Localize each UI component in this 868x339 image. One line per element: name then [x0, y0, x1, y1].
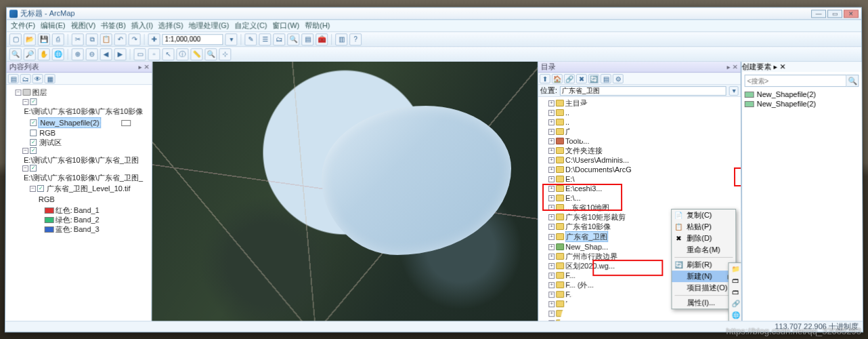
- minimize-button[interactable]: —: [811, 9, 826, 18]
- menu-item[interactable]: 帮助(H): [305, 20, 330, 31]
- menu-item[interactable]: ✖删除(D): [672, 233, 735, 244]
- menu-item[interactable]: 插入(I): [131, 20, 153, 31]
- add-data-button[interactable]: ✚: [148, 33, 160, 45]
- list-by-source-button[interactable]: 🗂: [20, 74, 31, 83]
- model-button[interactable]: ▥: [335, 33, 347, 45]
- catalog-title: 目录: [541, 62, 556, 72]
- scale-dropdown[interactable]: ▾: [225, 33, 237, 45]
- list-by-sel-button[interactable]: ▦: [45, 74, 56, 83]
- menu-item[interactable]: 文件(F): [11, 20, 35, 31]
- map-canvas[interactable]: [152, 62, 538, 321]
- group-layer: E:\测试\广东省10影像\广东省10影像: [22, 106, 144, 116]
- cat-refresh-button[interactable]: 🔄: [588, 74, 599, 83]
- clear-sel-button[interactable]: ▫: [148, 48, 160, 60]
- cat-opts-button[interactable]: ⚙: [613, 74, 624, 83]
- fixed-zoomin-button[interactable]: ⊕: [72, 48, 84, 60]
- catalog-item[interactable]: + E:\: [548, 174, 739, 184]
- layer-item: New_Shapefile(2): [38, 117, 101, 128]
- paste-button[interactable]: 📋: [100, 33, 112, 45]
- full-extent-button[interactable]: 🌐: [52, 48, 64, 60]
- new-doc-button[interactable]: ▢: [9, 33, 22, 45]
- toc-button[interactable]: ☰: [259, 33, 271, 45]
- menu-item[interactable]: 书签(B): [101, 20, 126, 31]
- search-icon[interactable]: 🔍: [846, 75, 859, 87]
- group-layer: E:\测试\广东省10影像\广东省_卫图_: [22, 173, 144, 182]
- find-button[interactable]: 🔍: [204, 48, 217, 60]
- menu-item[interactable]: 🌐ArcGIS Server 连接(R)...: [729, 309, 741, 321]
- help-button[interactable]: ?: [349, 33, 362, 45]
- toolbox-button[interactable]: 🧰: [316, 33, 328, 45]
- menu-item[interactable]: 视图(V): [70, 20, 95, 31]
- search-button[interactable]: 🔍: [287, 33, 299, 45]
- print-button[interactable]: ⎙: [52, 33, 64, 45]
- create-title: 创建要素: [741, 62, 771, 71]
- menu-item[interactable]: 地理处理(G): [189, 20, 230, 31]
- catalog-item[interactable]: + E:\...: [548, 193, 739, 203]
- new-submenu[interactable]: 📁文件夹(F)🗃文件地理数据库(O)🗃个人地理数据库(P)🔗数据库连接(I)..…: [728, 262, 741, 321]
- undo-button[interactable]: ↶: [114, 33, 127, 45]
- menu-item[interactable]: 项目描述(O)...: [672, 282, 735, 294]
- catalog-item[interactable]: + E:\ceshi3...: [548, 184, 739, 193]
- close-button[interactable]: ✕: [844, 9, 859, 18]
- save-button[interactable]: 💾: [38, 33, 50, 45]
- menu-item[interactable]: 选择(S): [158, 20, 183, 31]
- menu-item[interactable]: 编辑(E): [41, 20, 66, 31]
- create-close-icon[interactable]: ▸ ✕: [774, 62, 786, 71]
- scale-input[interactable]: 1:1,000,000: [162, 34, 223, 45]
- maximize-button[interactable]: ▭: [827, 9, 842, 18]
- arcmap-window: 无标题 - ArcMap — ▭ ✕ 文件(F)编辑(E)视图(V)书签(B)插…: [5, 7, 863, 332]
- menu-item[interactable]: 属性(I)...: [672, 297, 735, 308]
- catalog-item[interactable]: + D:\Documents\ArcG: [548, 165, 739, 174]
- editor-button[interactable]: ✎: [244, 33, 257, 45]
- python-button[interactable]: ▤: [301, 33, 313, 45]
- menu-item[interactable]: 📄复制(C): [672, 210, 735, 221]
- list-by-draw-button[interactable]: ▤: [8, 74, 19, 83]
- main-toolbar: ▢ 📂 💾 ⎙ ✂ ⧉ 📋 ↶ ↷ ✚ 1:1,000,000 ▾ ✎ ☰ 🗂 …: [7, 32, 861, 47]
- menu-item[interactable]: 🔄刷新(R): [672, 259, 735, 271]
- location-go-button[interactable]: ▾: [729, 86, 739, 96]
- fixed-zoomout-button[interactable]: ⊖: [86, 48, 98, 60]
- menu-item[interactable]: 🗃文件地理数据库(O): [729, 275, 741, 286]
- menu-item[interactable]: 新建(N)▶: [672, 271, 735, 282]
- cat-up-button[interactable]: ⬆: [540, 74, 550, 83]
- menu-item[interactable]: 重命名(M): [672, 244, 735, 256]
- cat-connect-button[interactable]: 🔗: [564, 74, 575, 83]
- menu-item[interactable]: 窗口(W): [273, 20, 300, 31]
- toc-tree[interactable]: − 图层−E:\测试\广东省10影像\广东省10影像New_Shapefile(…: [5, 85, 152, 321]
- context-menu[interactable]: 📄复制(C)📋粘贴(P)✖删除(D)重命名(M)🔄刷新(R)新建(N)▶项目描述…: [671, 209, 737, 309]
- cat-disconnect-button[interactable]: ✖: [576, 74, 587, 83]
- select-button[interactable]: ▭: [134, 48, 146, 60]
- menu-item[interactable]: 🔗数据库连接(I)...: [729, 298, 741, 309]
- list-by-vis-button[interactable]: 👁: [32, 74, 43, 83]
- toc-toolbar: ▤ 🗂 👁 ▦: [7, 73, 152, 85]
- menubar: 文件(F)编辑(E)视图(V)书签(B)插入(I)选择(S)地理处理(G)自定义…: [7, 20, 861, 32]
- template-search-input[interactable]: [745, 75, 847, 87]
- cut-button[interactable]: ✂: [72, 33, 84, 45]
- measure-button[interactable]: 📏: [190, 48, 202, 60]
- menu-item[interactable]: 📋粘贴(P): [672, 221, 735, 233]
- cat-home-button[interactable]: 🏠: [552, 74, 563, 83]
- open-button[interactable]: 📂: [24, 33, 36, 45]
- menu-item[interactable]: 自定义(C): [234, 20, 267, 31]
- menu-item[interactable]: 🗃个人地理数据库(P): [729, 286, 741, 298]
- template-item[interactable]: New_Shapefile(2): [745, 99, 859, 108]
- copy-button[interactable]: ⧉: [86, 33, 98, 45]
- menu-item[interactable]: 📁文件夹(F): [729, 263, 741, 275]
- cat-toggle-button[interactable]: ▤: [601, 74, 611, 83]
- redo-button[interactable]: ↷: [129, 33, 141, 45]
- template-item[interactable]: New_Shapefile(2): [745, 89, 859, 99]
- group-layer: E:\测试\广东省10影像\广东省_卫图: [22, 155, 140, 165]
- catalog-button[interactable]: 🗂: [273, 33, 285, 45]
- zoom-out-button[interactable]: 🔎: [24, 48, 36, 60]
- forward-button[interactable]: ▶: [114, 48, 127, 60]
- zoom-in-button[interactable]: 🔍: [9, 48, 22, 60]
- back-button[interactable]: ◀: [100, 48, 112, 60]
- location-input[interactable]: [560, 86, 726, 96]
- goto-xy-button[interactable]: ⊹: [219, 48, 231, 60]
- catalog-close-icon[interactable]: ▸ ✕: [727, 63, 738, 71]
- toc-close-icon[interactable]: ▸ ✕: [139, 63, 150, 71]
- template-list[interactable]: New_Shapefile(2)New_Shapefile(2): [745, 89, 859, 108]
- pan-button[interactable]: ✋: [38, 48, 50, 60]
- select-arrow-button[interactable]: ↖: [162, 48, 174, 60]
- identify-button[interactable]: ⓘ: [176, 48, 188, 60]
